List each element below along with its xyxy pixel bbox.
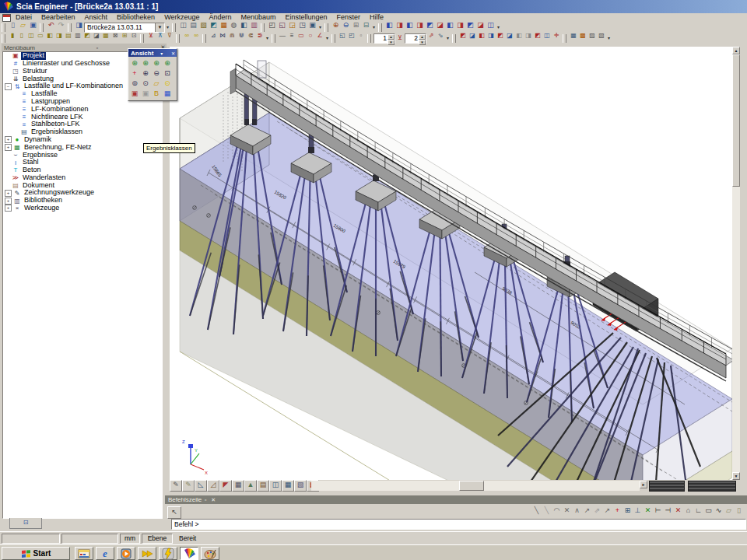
redo-icon[interactable]: ↷ [56, 20, 66, 30]
named-view-icon[interactable]: ⇘ [436, 31, 445, 40]
view-x-icon[interactable]: ⊛ [129, 58, 140, 68]
view-saved-2-icon[interactable]: ◫ [486, 20, 496, 30]
scroll-down-icon[interactable] [732, 472, 740, 480]
expand-icon[interactable]: + [5, 198, 12, 205]
spinner-down-icon[interactable] [419, 40, 426, 45]
result-normal-icon[interactable]: ◨ [486, 31, 496, 40]
hinge-icon[interactable]: ⊼ [156, 31, 165, 40]
check-2-icon[interactable]: ⋑ [255, 31, 265, 40]
workstation-icon[interactable]: ◫ [178, 20, 188, 30]
support-icon[interactable]: ⊻ [146, 31, 156, 40]
combine-2-icon[interactable]: ⋓ [237, 31, 246, 40]
taskbar-media-player[interactable] [117, 547, 135, 560]
collapse-icon[interactable]: − [5, 83, 12, 90]
overflow-menu-icon[interactable] [445, 33, 451, 43]
command-input[interactable]: Befehl > [171, 519, 746, 530]
solver-icon[interactable]: ⋈ [218, 31, 227, 40]
parallel-tool-icon[interactable]: ≡ [287, 31, 296, 40]
snap-origin-icon[interactable]: ⌂ [683, 506, 693, 516]
view-y-icon[interactable]: ⊛ [140, 58, 151, 68]
cross-beam-icon[interactable]: ◫ [26, 31, 36, 40]
result-reaction-icon[interactable]: ◧ [514, 31, 524, 40]
tree-item-berechnung-fe-netz[interactable]: +▦Berechnung, FE-Netz [3, 144, 162, 152]
snap-endpoint-1-icon[interactable]: ⊢ [653, 506, 663, 516]
toolbar-grip[interactable] [324, 23, 328, 32]
horizontal-scroll-thumb[interactable] [459, 481, 484, 491]
toolbar-grip[interactable] [563, 34, 566, 43]
render-mode-2-icon[interactable]: ▧ [597, 31, 606, 40]
opening-icon[interactable]: ▥ [73, 31, 82, 40]
taskbar-winamp[interactable] [159, 547, 177, 560]
toolbar-grip[interactable] [140, 34, 144, 43]
result-class-icon[interactable]: ◫ [542, 31, 552, 40]
tree-item-nichtlineare-lfk[interactable]: ≡Nichtlineare LFK [3, 113, 162, 121]
load-panel-icon[interactable]: ⊽ [165, 31, 174, 40]
pin-icon[interactable] [94, 45, 101, 51]
snap-rotate-icon[interactable]: ↗ [602, 506, 612, 516]
rib-icon[interactable]: ▤ [64, 31, 73, 40]
toolbar-grip[interactable] [2, 23, 5, 32]
render-mode-1-icon[interactable]: ▨ [587, 31, 597, 40]
picture-icon[interactable]: ▧ [198, 20, 209, 30]
window-close-icon[interactable]: ▫ [356, 31, 366, 40]
snap-box-icon[interactable]: ▭ [703, 506, 714, 516]
mesh-setup-icon[interactable]: ⊿ [209, 31, 218, 40]
protractor-icon[interactable]: ◿ [207, 480, 219, 492]
grid-window-icon[interactable]: ▦ [282, 480, 294, 492]
scroll-right-icon[interactable] [640, 481, 647, 488]
view-palette-header[interactable]: Ansicht ▾ [128, 49, 177, 57]
render-photo-icon[interactable]: ▣ [129, 89, 140, 99]
new-document-icon[interactable]: ▯ [8, 20, 18, 30]
scroll-up-icon[interactable] [732, 47, 740, 54]
expand-icon[interactable]: + [5, 190, 12, 197]
save-project-icon[interactable]: ▣ [28, 20, 38, 30]
shell-icon[interactable]: ◨ [54, 31, 64, 40]
snap-grid-icon[interactable]: ⊞ [622, 506, 633, 516]
menubaum-tab[interactable]: ⊡ [9, 518, 42, 529]
snap-move-icon[interactable]: ↗ [582, 506, 592, 516]
toolbar-grip[interactable] [2, 34, 5, 43]
print-preview-icon[interactable]: ◱ [277, 20, 287, 30]
snap-endpoint-2-icon[interactable]: ⊣ [663, 506, 673, 516]
taskbar-scia-engineer[interactable] [180, 547, 198, 560]
check-1-icon[interactable]: ⋐ [246, 31, 255, 40]
window-view-icon[interactable]: ◫ [269, 480, 282, 492]
hatch-view-icon[interactable]: ▧ [294, 480, 307, 492]
gallery-icon[interactable]: ▦ [219, 20, 229, 30]
status-units[interactable]: mm [120, 534, 140, 544]
overflow-menu-icon[interactable] [371, 23, 377, 32]
tree-item-werkzeuge[interactable]: +×Werkzeuge [3, 205, 162, 212]
view-back-icon[interactable]: ◨ [395, 20, 405, 30]
activity-spinner[interactable] [374, 33, 395, 44]
result-contact-icon[interactable]: ◨ [524, 31, 533, 40]
toolbar-grip[interactable] [176, 34, 180, 43]
close-icon[interactable] [170, 51, 177, 56]
beam-icon[interactable]: ▮ [8, 31, 17, 40]
taskbar-flashget[interactable] [138, 547, 156, 560]
tree-item-lf-kombinationen[interactable]: ≡LF-Kombinationen [3, 106, 162, 114]
subregion-icon[interactable]: ◩ [82, 31, 92, 40]
spinner-up-icon[interactable] [388, 34, 395, 40]
cursor-snap-icon[interactable]: + [612, 506, 622, 516]
layer-spinner[interactable] [405, 33, 426, 44]
command-panel-header[interactable]: Befehlszeile [165, 495, 747, 504]
export-image-icon[interactable]: ◲ [287, 20, 297, 30]
toolbar-grip[interactable] [172, 23, 176, 32]
toolbar-grip[interactable] [367, 34, 371, 43]
view-left-icon[interactable]: ◧ [405, 20, 415, 30]
menu-bibliotheken[interactable]: Bibliotheken [112, 13, 160, 22]
view-bottom-icon[interactable]: ◪ [435, 20, 445, 30]
column-icon[interactable]: ▯ [17, 31, 26, 40]
link-icon[interactable]: ⊕ [331, 20, 341, 30]
flag-icon[interactable]: ◤ [219, 480, 232, 492]
join-icon[interactable]: ⊡ [129, 31, 139, 40]
view-axo-1-icon[interactable]: ◧ [445, 20, 455, 30]
view-front-icon[interactable]: ◧ [384, 20, 395, 30]
vertical-scroll-thumb[interactable] [732, 54, 740, 187]
terrain-icon[interactable]: ▲ [244, 480, 257, 492]
start-button[interactable]: Start [2, 547, 70, 560]
overflow-menu-icon[interactable] [324, 33, 330, 43]
snap-line-icon[interactable]: ╲ [531, 506, 542, 516]
snap-curve-icon[interactable]: ∿ [714, 506, 724, 516]
angle-tool-icon[interactable]: ∠ [315, 31, 324, 40]
